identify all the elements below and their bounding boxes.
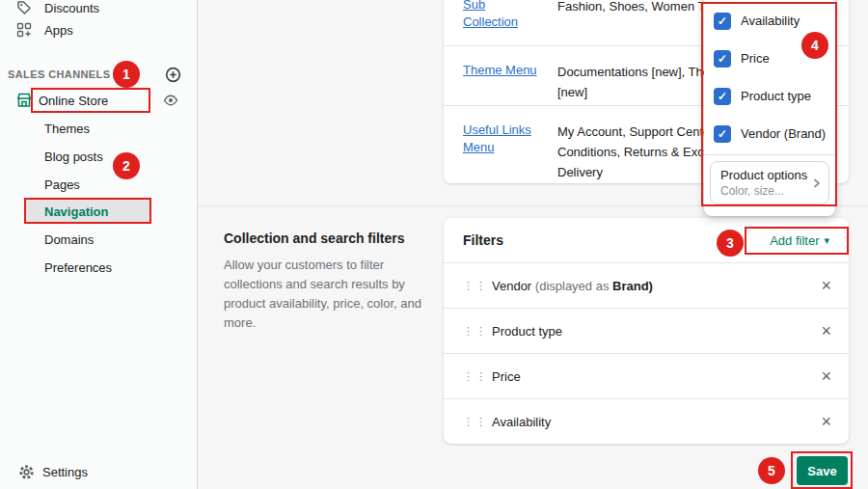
section-description: Allow your customers to filter collectio… bbox=[224, 256, 432, 333]
sidebar-item-label: Themes bbox=[44, 122, 90, 136]
popover-option-label: Product type bbox=[741, 89, 811, 103]
sidebar: Discounts Apps SALES CHANNELS Online Sto… bbox=[0, 0, 198, 489]
filters-section-info: Collection and search filters Allow your… bbox=[224, 231, 432, 333]
sidebar-item-blog-posts[interactable]: Blog posts bbox=[0, 143, 197, 170]
sidebar-item-settings[interactable]: Settings bbox=[0, 458, 197, 485]
sidebar-item-label: Pages bbox=[44, 177, 80, 192]
drag-handle-icon[interactable]: ⋮⋮ bbox=[463, 416, 488, 427]
sidebar-item-label: Navigation bbox=[44, 204, 108, 219]
menu-link-theme-menu[interactable]: Theme Menu bbox=[463, 62, 540, 105]
product-options-sublabel: Color, size... bbox=[720, 184, 819, 198]
drag-handle-icon[interactable]: ⋮⋮ bbox=[463, 325, 488, 337]
sidebar-item-label: Domains bbox=[44, 232, 94, 247]
filter-name: Vendor bbox=[492, 279, 531, 293]
menu-link-sub-collection[interactable]: Sub Collection bbox=[463, 0, 540, 45]
caret-down-icon: ▾ bbox=[824, 234, 829, 247]
sidebar-item-apps[interactable]: Apps bbox=[0, 16, 197, 43]
close-icon[interactable]: × bbox=[821, 367, 831, 385]
filter-alias: Brand) bbox=[612, 279, 653, 293]
apps-icon bbox=[15, 21, 33, 39]
sidebar-item-themes[interactable]: Themes bbox=[0, 115, 197, 142]
gear-icon bbox=[17, 463, 35, 480]
checkbox-checked-icon[interactable]: ✓ bbox=[714, 125, 731, 143]
filters-card-title: Filters bbox=[463, 232, 503, 248]
popover-divider bbox=[704, 154, 835, 155]
filter-row-availability: ⋮⋮ Availability × bbox=[444, 398, 849, 444]
product-options-label: Product options bbox=[720, 168, 819, 182]
filter-row-label: Product type bbox=[492, 324, 562, 339]
popover-option-label: Price bbox=[741, 51, 770, 66]
popover-option-label: Vendor (Brand) bbox=[741, 126, 826, 141]
popover-option-label: Availability bbox=[741, 14, 800, 28]
close-icon[interactable]: × bbox=[821, 277, 831, 294]
add-sales-channel-icon[interactable] bbox=[164, 66, 181, 83]
filters-card: Filters Add filter ▾ ⋮⋮ Vendor (displaye… bbox=[444, 218, 849, 444]
filter-note: (displayed as bbox=[535, 279, 610, 293]
sidebar-item-label: Preferences bbox=[44, 260, 112, 275]
close-icon[interactable]: × bbox=[821, 322, 831, 340]
checkbox-checked-icon[interactable]: ✓ bbox=[714, 13, 731, 30]
popover-option-price[interactable]: ✓ Price bbox=[704, 40, 835, 77]
filter-row-vendor: ⋮⋮ Vendor (displayed as Brand) × bbox=[444, 262, 849, 308]
filters-card-header: Filters Add filter ▾ bbox=[444, 218, 849, 262]
filter-row-label: Price bbox=[492, 369, 521, 384]
sidebar-item-label: Blog posts bbox=[44, 149, 103, 164]
drag-handle-icon[interactable]: ⋮⋮ bbox=[463, 280, 488, 291]
popover-option-availability[interactable]: ✓ Availability bbox=[704, 2, 835, 40]
chevron-right-icon bbox=[811, 177, 823, 189]
checkbox-checked-icon[interactable]: ✓ bbox=[714, 88, 731, 105]
drag-handle-icon[interactable]: ⋮⋮ bbox=[463, 370, 488, 382]
sidebar-item-label: Discounts bbox=[44, 1, 99, 15]
annotation-badge-5: 5 bbox=[758, 457, 785, 484]
discount-tag-icon bbox=[15, 0, 33, 16]
close-icon[interactable]: × bbox=[821, 413, 831, 430]
filter-row-label: Vendor (displayed as Brand) bbox=[492, 279, 653, 293]
sales-channels-header: SALES CHANNELS bbox=[8, 68, 110, 80]
sidebar-item-domains[interactable]: Domains bbox=[0, 226, 197, 253]
sidebar-item-label: Apps bbox=[44, 23, 73, 38]
store-icon bbox=[15, 92, 33, 109]
add-filter-label: Add filter bbox=[770, 233, 819, 248]
sidebar-item-label: Online Store bbox=[39, 94, 108, 108]
checkbox-checked-icon[interactable]: ✓ bbox=[714, 50, 731, 68]
save-button[interactable]: Save bbox=[797, 456, 848, 485]
sidebar-item-pages[interactable]: Pages bbox=[0, 171, 197, 198]
add-filter-button[interactable]: Add filter ▾ bbox=[770, 233, 829, 248]
section-heading: Collection and search filters bbox=[224, 231, 432, 246]
sidebar-item-navigation[interactable]: Navigation bbox=[25, 199, 150, 224]
view-store-eye-icon[interactable] bbox=[162, 92, 179, 109]
popover-option-product-type[interactable]: ✓ Product type bbox=[704, 77, 835, 115]
filter-row-label: Availability bbox=[492, 415, 551, 429]
sidebar-item-label: Settings bbox=[42, 465, 88, 479]
filter-row-price: ⋮⋮ Price × bbox=[444, 353, 849, 398]
popover-product-options[interactable]: Product options Color, size... bbox=[710, 161, 829, 204]
menu-link-useful-links-menu[interactable]: Useful Links Menu bbox=[463, 122, 540, 183]
popover-option-vendor[interactable]: ✓ Vendor (Brand) bbox=[704, 115, 835, 152]
filter-options-popover: ✓ Availability ✓ Price ✓ Product type ✓ … bbox=[704, 0, 835, 216]
filter-row-product-type: ⋮⋮ Product type × bbox=[444, 308, 849, 353]
sidebar-item-preferences[interactable]: Preferences bbox=[0, 254, 197, 281]
